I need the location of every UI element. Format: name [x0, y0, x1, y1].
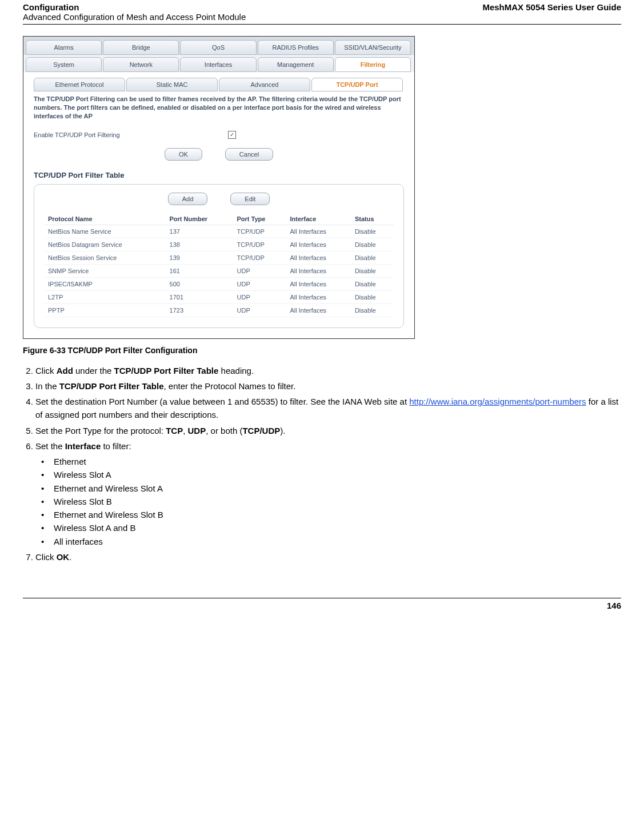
text-bold: Add — [57, 366, 73, 375]
table-cell: UDP — [234, 264, 287, 277]
table-cell: 161 — [166, 264, 234, 277]
text: Click — [35, 366, 57, 375]
tab-alarms[interactable]: Alarms — [26, 40, 102, 55]
tab-network[interactable]: Network — [103, 57, 179, 72]
table-row[interactable]: NetBios Session Service139TCP/UDPAll Int… — [45, 251, 393, 264]
table-cell: Disable — [351, 264, 393, 277]
tab-management[interactable]: Management — [258, 57, 334, 72]
tab-system[interactable]: System — [26, 57, 102, 72]
list-item: All interfaces — [41, 535, 621, 548]
col-port-number: Port Number — [166, 213, 234, 225]
table-row[interactable]: PPTP1723UDPAll InterfacesDisable — [45, 303, 393, 317]
figure-caption: Figure 6-33 TCP/UDP Port Filter Configur… — [23, 346, 621, 355]
table-cell: SNMP Service — [45, 264, 166, 277]
table-cell: NetBios Name Service — [45, 225, 166, 238]
tab-radius[interactable]: RADIUS Profiles — [258, 40, 334, 55]
text: , enter the Protocol Names to filter. — [164, 381, 296, 391]
subtab-advanced[interactable]: Advanced — [219, 78, 310, 91]
table-cell: All Interfaces — [286, 264, 351, 277]
table-cell: Disable — [351, 277, 393, 290]
text: Set the — [35, 441, 65, 451]
footer-rule — [23, 598, 621, 598]
text: In the — [35, 381, 59, 391]
table-cell: All Interfaces — [286, 277, 351, 290]
screenshot-panel: Alarms Bridge QoS RADIUS Profiles SSID/V… — [23, 36, 415, 339]
text-bold: TCP/UDP Port Filter Table — [114, 366, 219, 375]
text-bold: UDP — [188, 426, 206, 436]
table-row[interactable]: L2TP1701UDPAll InterfacesDisable — [45, 290, 393, 303]
list-item: Wireless Slot B — [41, 495, 621, 508]
panel-description: The TCP/UDP Port Filtering can be used t… — [34, 95, 404, 121]
table-cell: TCP/UDP — [234, 251, 287, 264]
list-item: Wireless Slot A and B — [41, 521, 621, 534]
edit-button[interactable]: Edit — [230, 193, 270, 205]
text: , — [183, 426, 187, 436]
iana-link[interactable]: http://www.iana.org/assignments/port-num… — [409, 397, 586, 406]
add-button[interactable]: Add — [168, 193, 208, 205]
step-3: In the TCP/UDP Port Filter Table, enter … — [35, 379, 621, 393]
table-cell: NetBios Session Service — [45, 251, 166, 264]
table-cell: TCP/UDP — [234, 225, 287, 238]
tab-qos[interactable]: QoS — [180, 40, 256, 55]
step-5: Set the Port Type for the protocol: TCP,… — [35, 424, 621, 437]
table-frame: Add Edit Protocol Name Port Number Port … — [34, 184, 404, 328]
step-2: Click Add under the TCP/UDP Port Filter … — [35, 364, 621, 377]
table-row[interactable]: IPSEC/ISAKMP500UDPAll InterfacesDisable — [45, 277, 393, 290]
table-cell: UDP — [234, 290, 287, 303]
table-cell: 139 — [166, 251, 234, 264]
second-tab-row: System Network Interfaces Management Fil… — [23, 55, 414, 72]
table-cell: 1701 — [166, 290, 234, 303]
col-status: Status — [351, 213, 393, 225]
text: heading. — [218, 366, 254, 375]
list-item: Wireless Slot A — [41, 468, 621, 481]
col-protocol-name: Protocol Name — [45, 213, 166, 225]
enable-filtering-label: Enable TCP/UDP Port Filtering — [34, 131, 228, 138]
header-rule — [23, 24, 621, 25]
table-cell: All Interfaces — [286, 238, 351, 251]
list-item: Ethernet and Wireless Slot A — [41, 482, 621, 495]
table-cell: Disable — [351, 303, 393, 317]
enable-filtering-checkbox[interactable]: ✓ — [228, 131, 236, 139]
table-row[interactable]: NetBios Name Service137TCP/UDPAll Interf… — [45, 225, 393, 238]
cancel-button[interactable]: Cancel — [225, 148, 273, 161]
ok-button[interactable]: OK — [165, 148, 202, 161]
table-cell: 1723 — [166, 303, 234, 317]
top-tab-row: Alarms Bridge QoS RADIUS Profiles SSID/V… — [23, 37, 414, 55]
list-item: Ethernet and Wireless Slot B — [41, 508, 621, 521]
text: to filter: — [101, 441, 131, 451]
table-cell: All Interfaces — [286, 290, 351, 303]
col-port-type: Port Type — [234, 213, 287, 225]
text: Set the destination Port Number (a value… — [35, 397, 409, 406]
text-bold: OK — [57, 552, 70, 562]
text-bold: TCP/UDP Port Filter Table — [59, 381, 164, 391]
text-bold: Interface — [65, 441, 101, 451]
table-cell: 500 — [166, 277, 234, 290]
step-6: Set the Interface to filter: EthernetWir… — [35, 440, 621, 548]
table-cell: 138 — [166, 238, 234, 251]
step-4: Set the destination Port Number (a value… — [35, 395, 621, 422]
text: Click — [35, 552, 57, 562]
tab-ssid[interactable]: SSID/VLAN/Security — [335, 40, 411, 55]
table-row[interactable]: SNMP Service161UDPAll InterfacesDisable — [45, 264, 393, 277]
table-cell: Disable — [351, 225, 393, 238]
step-7: Click OK. — [35, 550, 621, 564]
table-cell: All Interfaces — [286, 225, 351, 238]
text-bold: TCP — [166, 426, 183, 436]
tab-filtering[interactable]: Filtering — [335, 57, 411, 72]
page-number: 146 — [23, 601, 621, 610]
tab-interfaces[interactable]: Interfaces — [180, 57, 256, 72]
subtab-tcpudp-port[interactable]: TCP/UDP Port — [311, 78, 403, 91]
tab-bridge[interactable]: Bridge — [103, 40, 179, 55]
table-cell: L2TP — [45, 290, 166, 303]
text: . — [69, 552, 71, 562]
page-title: Configuration — [23, 2, 246, 12]
table-cell: Disable — [351, 290, 393, 303]
guide-name: MeshMAX 5054 Series User Guide — [482, 2, 621, 12]
subtab-static-mac[interactable]: Static MAC — [126, 78, 218, 91]
table-cell: TCP/UDP — [234, 238, 287, 251]
table-cell: All Interfaces — [286, 251, 351, 264]
table-cell: NetBios Datagram Service — [45, 238, 166, 251]
text: , or both ( — [206, 426, 242, 436]
table-row[interactable]: NetBios Datagram Service138TCP/UDPAll In… — [45, 238, 393, 251]
subtab-ethernet-protocol[interactable]: Ethernet Protocol — [34, 78, 125, 91]
